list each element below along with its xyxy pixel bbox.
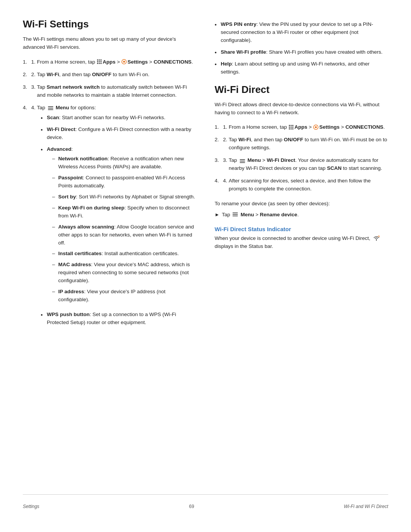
rename-intro: To rename your device (as seen by other … (215, 200, 388, 208)
wd-step-4: 4. After scanning for devices, select a … (215, 177, 388, 193)
svg-rect-20 (289, 128, 290, 129)
wd-step-2-content: Tap Wi-Fi, and then tap ON/OFF to turn W… (229, 136, 388, 152)
adv-installcerts: Install certificates: Install authentica… (52, 250, 196, 258)
wd-step-3-menu: Menu (247, 157, 261, 163)
right-share-wifi-text: Share Wi-Fi profile: Share Wi-Fi profile… (221, 48, 382, 56)
option-advanced: Advanced: Network notification: Receive … (41, 145, 196, 307)
right-wps-pin-text: WPS PIN entry: View the PIN used by your… (221, 21, 388, 45)
wifi-direct-intro: Wi-Fi Direct allows direct device-to-dev… (215, 101, 388, 117)
step-4: 4. Tap Menu for options: (23, 104, 196, 331)
wd-step-3-scan: SCAN (327, 165, 341, 171)
step-3: 3. Tap Smart network switch to automatic… (23, 83, 196, 99)
right-wps-pin: WPS PIN entry: View the PIN used by your… (215, 21, 388, 45)
apps-icon (97, 59, 102, 64)
step-4-menu: Menu (56, 105, 69, 110)
svg-rect-0 (97, 59, 98, 61)
svg-rect-21 (290, 128, 292, 129)
svg-rect-17 (289, 126, 290, 128)
adv-keepwifi-text: Keep Wi-Fi on during sleep: Specify when… (58, 204, 196, 220)
wifi-direct-status-icon (373, 235, 379, 241)
option-wifidirect: Wi-Fi Direct: Configure a Wi-Fi Direct c… (41, 126, 196, 142)
step-4-content: Tap Menu for options: (37, 104, 196, 331)
adv-network-notif: Network notification: Receive a notifica… (52, 155, 196, 171)
svg-point-10 (123, 61, 125, 63)
svg-rect-30 (233, 216, 238, 216)
step-3-content: Tap Smart network switch to automaticall… (37, 83, 196, 99)
option-wps-push: WPS push button: Set up a connection to … (41, 311, 196, 327)
adv-macaddress-text: MAC address: View your device's MAC addr… (58, 261, 196, 285)
svg-rect-19 (292, 126, 293, 128)
adv-network-notif-text: Network notification: Receive a notifica… (58, 155, 196, 171)
svg-rect-22 (292, 128, 293, 129)
advanced-subitems: Network notification: Receive a notifica… (47, 155, 196, 304)
option-scan-text: Scan: Start another scan for nearby Wi-F… (47, 114, 165, 122)
wd-step-3-num: 3. (223, 157, 229, 173)
step-1-content: From a Home screen, tap (37, 58, 196, 66)
wifi-settings-intro: The Wi-Fi settings menu allows you to se… (23, 35, 196, 51)
apps-icon-2 (288, 125, 294, 130)
wd-step-4-num: 4. (223, 177, 229, 193)
col-right: WPS PIN entry: View the PIN used by your… (215, 18, 388, 494)
svg-rect-15 (290, 125, 292, 126)
svg-rect-11 (48, 106, 53, 107)
columns: Wi-Fi Settings The Wi-Fi settings menu a… (23, 18, 388, 494)
page: Wi-Fi Settings The Wi-Fi settings menu a… (0, 0, 411, 532)
step-1-apps: Apps (103, 59, 116, 65)
step-4-number: 4. (31, 104, 37, 331)
menu-icon-2 (239, 158, 245, 163)
adv-sortby: Sort by: Sort Wi-Fi networks by Alphabet… (52, 193, 196, 201)
step-2-number: 2. (31, 71, 37, 79)
adv-keepwifi: Keep Wi-Fi on during sleep: Specify when… (52, 204, 196, 220)
rename-item-text: Tap Menu > Rename device. (222, 212, 299, 217)
menu-icon-1 (48, 105, 54, 110)
menu-options-list: Scan: Start another scan for nearby Wi-F… (37, 114, 196, 326)
rename-menu: Menu (241, 212, 254, 217)
arrow-icon: ► (215, 212, 220, 217)
svg-rect-4 (99, 61, 100, 62)
svg-rect-7 (99, 63, 100, 64)
settings-icon-2 (313, 125, 319, 130)
svg-point-24 (315, 126, 317, 128)
step-3-number: 3. (31, 83, 37, 99)
adv-passpoint: Passpoint: Connect to passpoint-enabled … (52, 174, 196, 190)
step-1-connections: CONNECTIONS (154, 59, 192, 65)
footer-right: Wi-Fi and Wi Fi Direct (344, 504, 388, 509)
col-left: Wi-Fi Settings The Wi-Fi settings menu a… (23, 18, 196, 494)
footer-center: 69 (189, 504, 194, 509)
step-2-content: Tap Wi-Fi, and then tap ON/OFF to turn W… (37, 71, 196, 79)
svg-rect-8 (100, 63, 102, 64)
wd-step-2: 2. Tap Wi-Fi, and then tap ON/OFF to tur… (215, 136, 388, 152)
step-2: 2. Tap Wi-Fi, and then tap ON/OFF to tur… (23, 71, 196, 79)
adv-passpoint-text: Passpoint: Connect to passpoint-enabled … (58, 174, 196, 190)
svg-rect-16 (292, 125, 293, 126)
wifi-direct-title: Wi-Fi Direct (215, 84, 388, 96)
rename-item: ► Tap Menu > Rename device. (215, 212, 388, 217)
svg-rect-12 (48, 108, 53, 109)
main-steps-list: 1. From a Home screen, tap (23, 58, 196, 331)
option-wifidirect-text: Wi-Fi Direct: Configure a Wi-Fi Direct c… (47, 126, 196, 142)
wd-step-1-settings: Settings (319, 124, 339, 130)
wd-step-4-content: After scanning for devices, select a dev… (229, 177, 388, 193)
svg-rect-13 (48, 109, 53, 110)
adv-alwaysallow-text: Always allow scanning: Allow Google loca… (58, 223, 196, 247)
right-help-text: Help: Learn about setting up and using W… (221, 60, 388, 76)
wd-step-1-num: 1. (223, 123, 229, 131)
svg-rect-3 (97, 61, 98, 62)
step-2-wifi: Wi-Fi (47, 72, 59, 77)
adv-macaddress: MAC address: View your device's MAC addr… (52, 261, 196, 285)
svg-rect-1 (99, 59, 100, 61)
svg-rect-5 (100, 61, 102, 62)
wifi-direct-status-subtitle: Wi-Fi Direct Status Indicator (215, 226, 388, 232)
wd-step-1: 1. From a Home screen, tap (215, 123, 388, 131)
right-help: Help: Learn about setting up and using W… (215, 60, 388, 76)
svg-rect-18 (290, 126, 292, 128)
svg-rect-29 (233, 214, 238, 215)
svg-rect-25 (240, 159, 245, 160)
right-share-wifi: Share Wi-Fi profile: Share Wi-Fi profile… (215, 48, 388, 56)
right-top-bullets: WPS PIN entry: View the PIN used by your… (215, 21, 388, 76)
svg-rect-2 (100, 59, 102, 61)
wd-step-2-onoff: ON/OFF (284, 137, 303, 142)
svg-rect-27 (240, 162, 245, 163)
step-2-onoff: ON/OFF (92, 72, 112, 77)
wd-step-1-apps: Apps (295, 124, 307, 130)
